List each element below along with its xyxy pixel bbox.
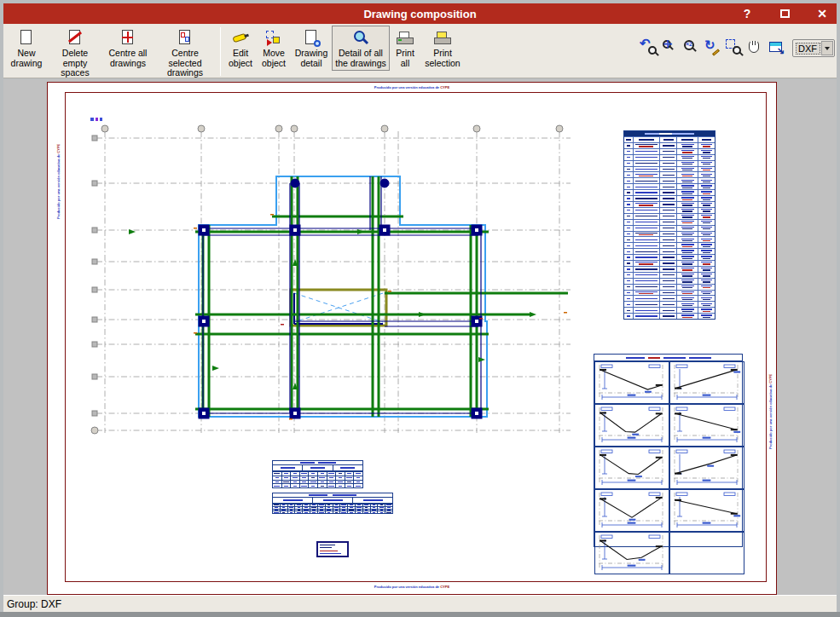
composition-canvas[interactable]: Producido por una versión educativa de C…: [3, 79, 837, 595]
drawing-composition-window: Drawing composition ? ✕ New drawing Dele…: [0, 0, 840, 617]
redraw-button[interactable]: ↻: [703, 37, 721, 56]
toolbar-separator: [220, 27, 221, 76]
new-drawing-button[interactable]: New drawing: [5, 26, 48, 71]
window-title: Drawing composition: [3, 8, 837, 20]
detail-cell-7: [594, 489, 669, 532]
move-object-icon: [263, 28, 285, 49]
titlebar: Drawing composition ? ✕: [3, 3, 837, 24]
format-combo[interactable]: DXF: [792, 39, 835, 57]
full-view-button[interactable]: ↘: [767, 37, 785, 56]
maximize-icon: [780, 9, 790, 18]
centre-all-drawings-button[interactable]: Centre all drawings: [102, 26, 154, 71]
floor-outline: [199, 176, 487, 417]
watermark-left: Producido por una versión educativa de C…: [56, 144, 61, 219]
drawing-detail-icon: [300, 28, 322, 49]
centre-selected-drawings-icon: [174, 28, 196, 49]
grid-markers: [91, 125, 563, 434]
close-button[interactable]: ✕: [814, 7, 830, 20]
micro-table-1[interactable]: [272, 460, 363, 488]
detail-cell-5: [594, 447, 669, 489]
detail-cell-3: [594, 404, 669, 447]
new-drawing-icon: [15, 28, 38, 49]
detail-of-all-the-drawings-button[interactable]: Detail of all the drawings: [332, 26, 390, 71]
watermark-right: Producido por una versión educativa de C…: [768, 374, 773, 449]
maximize-button[interactable]: [777, 7, 792, 20]
zoom-extents-button[interactable]: ✛: [660, 37, 679, 56]
group-status-text: Group: DXF: [7, 598, 61, 610]
detail-of-all-the-drawings-icon: [350, 28, 372, 49]
help-button[interactable]: ?: [739, 7, 755, 20]
toolbar: New drawing Delete empty spaces Centre a…: [3, 24, 837, 78]
zoom-x2-button[interactable]: ×2: [681, 37, 700, 56]
details-panel-drawing[interactable]: [594, 354, 743, 547]
dimension-specks: [194, 214, 567, 420]
columns: [199, 179, 482, 418]
detail-cell-10: [669, 532, 744, 574]
beam-arrows: [129, 229, 536, 389]
edit-object-button[interactable]: Edit object: [224, 26, 257, 71]
legend-box-drawing[interactable]: [316, 541, 349, 557]
centre-selected-drawings-button[interactable]: Centre selected drawings: [154, 26, 217, 81]
format-combo-dropdown-button[interactable]: [821, 41, 833, 55]
zoom-tools-group: ↶ ✛ ×2 ↻ ↘: [639, 37, 785, 56]
print-all-icon: [394, 28, 416, 49]
detail-cell-8: [669, 489, 744, 532]
micro-table-2[interactable]: [272, 493, 393, 514]
detail-cell-9: [594, 532, 669, 574]
print-all-button[interactable]: Print all: [390, 26, 420, 71]
print-selection-button[interactable]: Print selection: [420, 26, 465, 71]
detail-cell-2: [669, 361, 744, 404]
format-combo-value: DXF: [796, 43, 820, 55]
window-bottom-edge: [0, 612, 840, 617]
zoom-previous-button[interactable]: ↶: [639, 37, 658, 56]
statusbar: Group: DXF: [3, 595, 837, 612]
delete-empty-spaces-button[interactable]: Delete empty spaces: [48, 26, 102, 81]
chevron-down-icon: [825, 47, 830, 50]
watermark-top: Producido por una versión educativa de C…: [48, 85, 776, 89]
details-panel-title: [594, 355, 742, 361]
plan-drawing[interactable]: [86, 111, 615, 464]
pan-button[interactable]: [745, 37, 764, 56]
detail-cell-6: [669, 447, 744, 489]
print-selection-icon: [432, 28, 454, 49]
move-object-button[interactable]: Move object: [257, 26, 291, 71]
schedule-table-drawing[interactable]: [623, 130, 715, 320]
edit-object-icon: [229, 28, 252, 49]
beams-navy: [203, 176, 481, 413]
detail-cell-1: [594, 361, 669, 404]
delete-empty-spaces-icon: [64, 28, 86, 49]
zoom-window-button[interactable]: [724, 37, 743, 56]
detail-cell-4: [669, 404, 744, 447]
drawing-sheet: Producido por una versión educativa de C…: [47, 82, 777, 595]
centre-all-drawings-icon: [117, 28, 139, 49]
watermark-bottom: Producido por una versión educativa de C…: [48, 585, 776, 589]
drawing-detail-button[interactable]: Drawing detail: [291, 26, 332, 71]
